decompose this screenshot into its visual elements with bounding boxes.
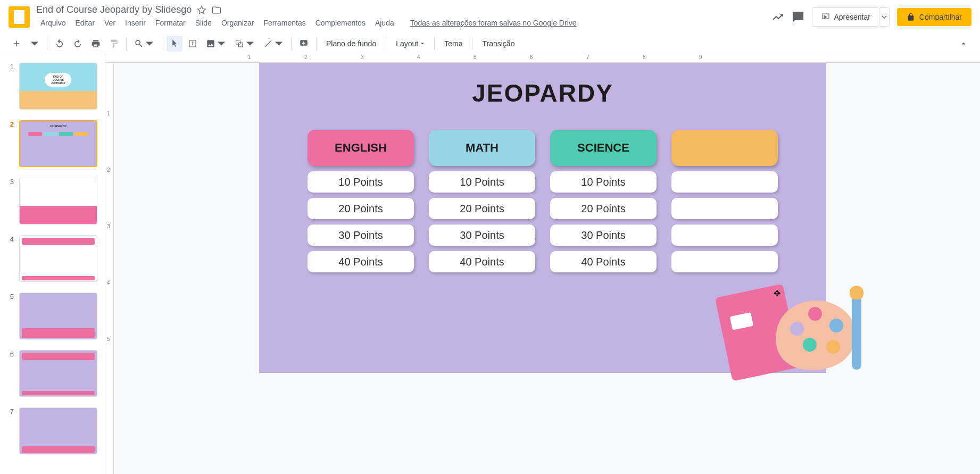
thumb-row-6[interactable]: 6 xyxy=(0,348,105,405)
canvas-inner: JEOPARDY ENGLISH 10 Points 20 Points 30 … xyxy=(105,63,980,373)
thumbnail[interactable] xyxy=(19,235,97,282)
menu-complementos[interactable]: Complementos xyxy=(311,16,370,29)
ruler-tick: 2 xyxy=(304,54,308,60)
thumbnail[interactable] xyxy=(19,350,97,397)
new-slide-button[interactable] xyxy=(9,36,24,52)
point-cell[interactable]: 20 Points xyxy=(429,198,535,219)
ruler-vertical[interactable]: 1 2 3 4 5 xyxy=(105,63,114,474)
separator xyxy=(386,37,386,50)
point-cell[interactable]: 40 Points xyxy=(429,251,535,272)
menu-inserir[interactable]: Inserir xyxy=(121,16,150,29)
category-header[interactable]: SCIENCE xyxy=(550,130,657,166)
select-tool[interactable] xyxy=(167,36,182,52)
separator xyxy=(434,37,435,50)
thumbnail[interactable] xyxy=(19,178,97,224)
transition-button[interactable]: Transição xyxy=(477,36,520,51)
point-cell[interactable]: 30 Points xyxy=(308,224,414,246)
point-cell[interactable] xyxy=(671,198,778,219)
present-button[interactable]: Apresentar xyxy=(812,7,879,27)
menu-slide[interactable]: Slide xyxy=(191,16,216,29)
point-cell[interactable]: 10 Points xyxy=(429,171,535,193)
slides-logo-icon[interactable] xyxy=(9,6,30,28)
point-cell[interactable]: 30 Points xyxy=(429,224,535,246)
menu-formatar[interactable]: Formatar xyxy=(151,16,190,29)
slide-title[interactable]: JEOPARDY xyxy=(259,63,826,107)
collapse-toolbar-button[interactable] xyxy=(956,36,971,52)
document-title[interactable]: End of Course Jeopardy by Slidesgo xyxy=(36,4,192,15)
ruler-horizontal[interactable]: 1 2 3 4 5 6 7 8 9 xyxy=(105,54,980,63)
star-icon[interactable] xyxy=(197,5,206,15)
point-cell[interactable]: 10 Points xyxy=(550,171,657,193)
slide-canvas[interactable]: JEOPARDY ENGLISH 10 Points 20 Points 30 … xyxy=(259,63,826,373)
ruler-tick: 3 xyxy=(107,223,110,229)
menu-arquivo[interactable]: Arquivo xyxy=(36,16,70,29)
thumb-row-5[interactable]: 5 xyxy=(0,290,105,348)
menu-ajuda[interactable]: Ajuda xyxy=(371,16,398,29)
textbox-tool[interactable] xyxy=(185,36,201,52)
menu-organizar[interactable]: Organizar xyxy=(217,16,258,29)
point-cell[interactable]: 20 Points xyxy=(308,198,414,219)
redo-button[interactable] xyxy=(70,36,86,52)
point-cell[interactable] xyxy=(671,251,778,272)
ruler-tick: 8 xyxy=(643,54,646,60)
move-cursor-icon: ✥ xyxy=(774,288,780,298)
ruler-tick: 4 xyxy=(107,280,110,286)
comments-icon[interactable] xyxy=(792,11,804,23)
ruler-tick: 1 xyxy=(248,54,251,60)
new-slide-dropdown[interactable] xyxy=(27,36,43,52)
present-dropdown[interactable] xyxy=(879,7,890,27)
move-folder-icon[interactable] xyxy=(212,5,221,15)
image-tool[interactable] xyxy=(203,36,229,52)
thumb-row-3[interactable]: 3 xyxy=(0,176,105,233)
separator xyxy=(162,37,162,50)
decoration-image[interactable] xyxy=(718,285,856,391)
point-cell[interactable]: 30 Points xyxy=(550,224,657,246)
ruler-tick: 3 xyxy=(361,54,364,60)
menu-ver[interactable]: Ver xyxy=(100,16,120,29)
undo-button[interactable] xyxy=(52,36,68,52)
slide-thumbnails[interactable]: 1END OF COURSE JEOPARDY 2JEOPARDY 3 4 5 … xyxy=(0,54,105,474)
brush-icon xyxy=(852,295,861,370)
point-cell[interactable]: 40 Points xyxy=(308,251,414,272)
column-science: SCIENCE 10 Points 20 Points 30 Points 40… xyxy=(550,130,657,272)
thumbnail[interactable] xyxy=(19,408,97,454)
point-cell[interactable] xyxy=(671,171,778,193)
point-cell[interactable]: 20 Points xyxy=(550,198,657,219)
svg-point-0 xyxy=(236,40,240,45)
thumb-row-2[interactable]: 2JEOPARDY xyxy=(0,118,105,176)
thumbnail[interactable] xyxy=(19,293,97,339)
shape-tool[interactable] xyxy=(231,36,258,52)
point-cell[interactable]: 10 Points xyxy=(308,171,414,193)
thumb-row-7[interactable]: 7 xyxy=(0,405,105,463)
separator xyxy=(472,37,472,50)
zoom-button[interactable] xyxy=(131,36,157,52)
drive-status[interactable]: Todas as alterações foram salvas no Goog… xyxy=(410,19,577,27)
menu-ferramentas[interactable]: Ferramentas xyxy=(259,16,310,29)
activity-icon[interactable] xyxy=(771,11,784,23)
comment-tool[interactable] xyxy=(296,36,312,52)
category-header[interactable]: ENGLISH xyxy=(308,130,414,166)
point-cell[interactable] xyxy=(671,224,778,246)
thumbnail[interactable]: JEOPARDY xyxy=(19,120,97,167)
thumb-title: JEOPARDY xyxy=(20,124,96,128)
thumb-title: END OF COURSE JEOPARDY xyxy=(45,73,71,87)
category-header[interactable] xyxy=(671,130,778,166)
theme-button[interactable]: Tema xyxy=(439,36,468,51)
thumb-row-4[interactable]: 4 xyxy=(0,233,105,290)
thumb-number: 3 xyxy=(7,178,14,186)
point-cell[interactable]: 40 Points xyxy=(550,251,657,272)
layout-button[interactable]: Layout xyxy=(391,36,430,51)
print-button[interactable] xyxy=(88,36,104,52)
category-header[interactable]: MATH xyxy=(429,130,535,166)
menu-editar[interactable]: Editar xyxy=(71,16,99,29)
thumb-row-1[interactable]: 1END OF COURSE JEOPARDY xyxy=(0,61,105,118)
paint-format-button[interactable] xyxy=(106,36,122,52)
canvas-area: 1 2 3 4 5 6 7 8 9 1 2 3 4 5 JEOPARDY ENG… xyxy=(105,54,980,474)
doc-title-row: End of Course Jeopardy by Slidesgo xyxy=(36,4,771,15)
share-button[interactable]: Compartilhar xyxy=(897,8,971,26)
separator xyxy=(291,37,292,50)
jeopardy-board: ENGLISH 10 Points 20 Points 30 Points 40… xyxy=(259,130,826,272)
thumbnail[interactable]: END OF COURSE JEOPARDY xyxy=(19,63,97,110)
line-tool[interactable] xyxy=(260,36,287,52)
background-button[interactable]: Plano de fundo xyxy=(321,36,381,51)
